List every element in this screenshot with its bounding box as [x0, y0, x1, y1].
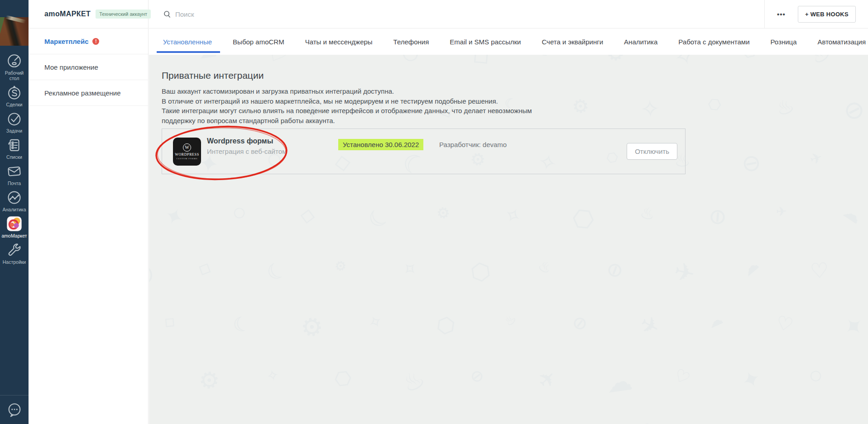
sidebar-item-settings[interactable]: Настройки	[0, 242, 29, 265]
disconnect-button[interactable]: Отключить	[627, 143, 677, 160]
tab-automation-bots[interactable]: Автоматизация и боты	[818, 29, 868, 55]
deals-icon	[6, 84, 23, 101]
doodle-glyph: ♨	[535, 256, 555, 277]
main-area: ••• + WEB HOOKS Установленные Выбор amoC…	[149, 0, 868, 424]
installed-date-badge: Установлено 30.06.2022	[338, 139, 423, 150]
subnav-item-marketplace[interactable]: Маркетплейс !	[29, 29, 148, 54]
sidebar-item-label: Задачи	[6, 128, 22, 133]
description-line: Такие интеграции могут сильно влиять на …	[162, 106, 868, 116]
sidebar-item-deals[interactable]: Сделки	[0, 84, 29, 107]
doodle-glyph: ✈	[500, 419, 525, 424]
wordpress-logo-subtext: CUSTOM FORMS	[176, 157, 197, 160]
tab-invoices-acquiring[interactable]: Счета и эквайринги	[542, 29, 603, 55]
analytics-icon	[6, 189, 23, 206]
amocrm-market-page: Рабочий стол Сделки Задачи	[0, 0, 868, 424]
developer-label: Разработчик: devamo	[439, 141, 507, 148]
description-text: Ваш аккаунт кастомизирован и загрузка пр…	[162, 86, 868, 125]
doodle-glyph: ♨	[501, 311, 519, 329]
amomarket-icon	[6, 215, 23, 232]
doodle-glyph: ⬡	[331, 365, 355, 392]
doodle-glyph: ♨	[638, 203, 657, 224]
doodle-glyph: ♡	[810, 258, 830, 283]
doodle-glyph: ✧	[398, 256, 423, 281]
doodle-glyph: ⊘	[702, 201, 732, 232]
category-tabs: Установленные Выбор amoCRM Чаты и мессен…	[149, 29, 868, 55]
primary-nav: Рабочий стол Сделки Задачи	[0, 46, 29, 268]
web-hooks-button[interactable]: + WEB HOOKS	[798, 6, 856, 23]
search-input[interactable]	[175, 10, 365, 18]
doodle-glyph: ⊘	[469, 366, 485, 386]
doodle-glyph: ⊘	[736, 147, 767, 180]
page-title: Приватные интеграции	[162, 70, 868, 81]
tab-analytics[interactable]: Аналитика	[624, 29, 657, 55]
tab-documents[interactable]: Работа с документами	[678, 29, 749, 55]
integration-subtitle: Интеграция с веб-сайтом	[207, 148, 287, 155]
doodle-glyph: ⚙	[159, 418, 189, 424]
doodle-glyph: ⚙	[334, 257, 347, 274]
description-line: Ваш аккаунт кастомизирован и загрузка пр…	[162, 86, 868, 96]
doodle-glyph: ⊘	[602, 256, 626, 283]
doodle-glyph: ✧	[365, 310, 386, 333]
doodle-glyph: ○	[149, 256, 156, 290]
sidebar-item-tasks[interactable]: Задачи	[0, 110, 29, 133]
doodle-glyph: ◇	[160, 311, 181, 332]
doodle-glyph: ♡	[636, 419, 658, 424]
doodle-glyph: ♨	[366, 419, 392, 424]
doodle-glyph: ◇	[299, 203, 317, 227]
sidebar-item-mail[interactable]: Почта	[0, 163, 29, 186]
integration-card-wordpress: W WORDPRESS CUSTOM FORMS Wordpress формы…	[162, 129, 686, 174]
doodle-glyph: ⚙	[435, 203, 451, 223]
tab-amocrm-choice[interactable]: Выбор amoCRM	[233, 29, 284, 55]
doodle-glyph: ☁	[571, 420, 598, 424]
doodle-glyph: ☁	[840, 201, 866, 228]
doodle-glyph: ○	[770, 418, 804, 424]
doodle-glyph: ✈	[776, 204, 787, 219]
tab-installed[interactable]: Установленные	[163, 29, 212, 55]
brand-row: amoМАРКЕТ Технический аккаунт	[29, 0, 148, 29]
doodle-glyph: ✧	[265, 366, 281, 385]
doodle-glyph: ⚙	[192, 363, 225, 397]
doodle-glyph: ○	[230, 202, 248, 222]
doodle-glyph: ✦	[738, 364, 765, 395]
tab-telephony[interactable]: Телефония	[393, 29, 429, 55]
doodle-glyph: ⬡	[296, 419, 321, 424]
sidebar-item-lists[interactable]: Списки	[0, 137, 29, 160]
doodle-glyph: ☁	[738, 255, 762, 279]
tab-chats-messengers[interactable]: Чаты и мессенджеры	[305, 29, 373, 55]
sidebar-item-label: amoМаркет	[2, 233, 27, 238]
tab-retail[interactable]: Розница	[771, 29, 797, 55]
doodle-glyph: ⊘	[434, 419, 451, 424]
chat-dots-icon	[6, 402, 23, 418]
subnav-item-my-app[interactable]: Мое приложение	[29, 54, 148, 80]
subnav-item-ad-placement[interactable]: Рекламное размещение	[29, 80, 148, 106]
doodle-glyph: ⊘	[571, 312, 589, 334]
sidebar-item-analytics[interactable]: Аналитика	[0, 189, 29, 212]
doodle-glyph: ✈	[808, 148, 825, 169]
mail-icon	[6, 163, 23, 180]
tab-email-sms[interactable]: Email и SMS рассылки	[450, 29, 521, 55]
top-header: ••• + WEB HOOKS	[149, 0, 868, 29]
account-photo[interactable]	[0, 17, 29, 46]
doodle-glyph: ✧	[232, 421, 244, 424]
sidebar-item-label: Аналитика	[3, 207, 26, 212]
doodle-glyph: ✦	[160, 201, 188, 233]
description-line: В отличие от интеграций из нашего маркет…	[162, 96, 868, 106]
primary-sidebar: Рабочий стол Сделки Задачи	[0, 0, 29, 424]
page-brand-title: amoМАРКЕТ	[44, 10, 91, 18]
content-area: ✈☁♡✦○◇☾⚙✧⬡♨⊘☁♡✦○◇☾⚙✧⬡♨⊘✈♡✦○◇☾⚙✧⬡♨⊘✈☁✦○◇☾…	[149, 55, 868, 424]
sidebar-item-label: Почта	[8, 181, 21, 186]
header-more-menu[interactable]: •••	[765, 10, 798, 18]
private-integrations-section: Приватные интеграции Ваш аккаунт кастоми…	[149, 55, 868, 125]
secondary-sidebar: amoМАРКЕТ Технический аккаунт Маркетплей…	[29, 0, 149, 424]
support-chat-button[interactable]	[0, 395, 29, 424]
wordpress-w-icon: W	[183, 143, 191, 152]
doodle-glyph: ⬡	[567, 201, 599, 236]
subnav-item-label: Рекламное размещение	[44, 89, 121, 97]
lists-icon	[6, 137, 23, 153]
sidebar-item-amomarket[interactable]: amoМаркет	[0, 215, 29, 238]
integration-name[interactable]: Wordpress формы	[207, 137, 273, 145]
doodle-glyph: ♡	[149, 147, 152, 175]
sidebar-item-dashboard[interactable]: Рабочий стол	[0, 52, 29, 81]
doodle-glyph: ⬡	[435, 311, 456, 338]
doodle-glyph: ⚙	[296, 310, 328, 345]
